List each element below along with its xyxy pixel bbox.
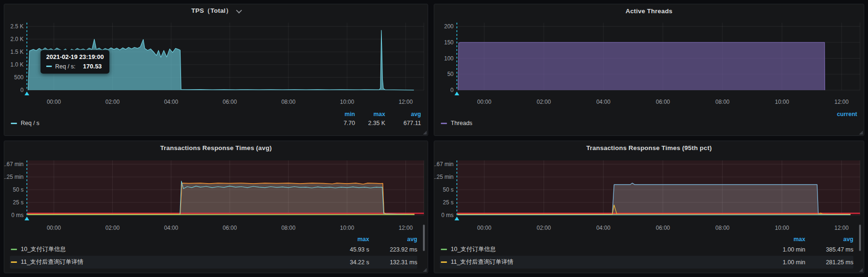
- legend: currentThreads: [440, 110, 857, 128]
- y-axis-tick: 1.5 K: [10, 49, 24, 55]
- tooltip-timestamp: 2021-02-19 23:19:00: [46, 53, 104, 60]
- legend-header-avg[interactable]: avg: [385, 111, 421, 118]
- legend-header-row: current: [440, 110, 857, 118]
- panel-tps-total: TPS（Total） 05001.0 K1.5 K2.0 K2.5 K00:00…: [4, 4, 428, 136]
- y-axis-tick: 1.25 min: [434, 174, 454, 180]
- x-axis-tick: 08:00: [715, 99, 729, 105]
- legend-header-current[interactable]: current: [824, 111, 857, 118]
- y-axis-tick: 1.67 min: [434, 161, 454, 168]
- legend-series-label[interactable]: Req / s: [21, 120, 40, 126]
- legend-series-label[interactable]: 11_支付后查询订单详情: [21, 258, 83, 266]
- panel-title[interactable]: Transactions Response Times (95th pct): [586, 144, 711, 151]
- y-axis-tick: 1.67 min: [4, 161, 24, 168]
- annotation-marker-icon[interactable]: [25, 92, 29, 95]
- x-axis-tick: 02:00: [537, 225, 551, 231]
- series-swatch-icon: [441, 123, 447, 124]
- legend-value: 281.25 ms: [805, 259, 853, 266]
- legend-row: 10_支付订单信息1.00 min385.47 ms: [440, 243, 853, 256]
- legend-row: 10_支付订单信息45.93 s223.92 ms: [10, 243, 417, 256]
- legend: minmaxavgReq / s7.702.35 K677.11: [10, 110, 421, 128]
- panel-response-times-avg: Transactions Response Times (avg) 0 ms25…: [4, 141, 428, 273]
- annotation-marker-icon[interactable]: [455, 217, 459, 220]
- legend-value: 132.31 ms: [369, 259, 417, 266]
- x-axis-tick: 06:00: [223, 225, 237, 231]
- y-axis-tick: 0: [450, 87, 454, 93]
- x-axis-tick: 00:00: [47, 99, 61, 105]
- x-axis-tick: 02:00: [106, 99, 120, 105]
- y-axis-tick: 50 s: [443, 186, 454, 193]
- y-axis-tick: 25 s: [13, 199, 24, 206]
- panel-title-bar[interactable]: Transactions Response Times (avg): [4, 141, 428, 154]
- panel-title-bar[interactable]: Active Threads: [434, 4, 864, 17]
- legend-header-max[interactable]: max: [324, 236, 369, 243]
- x-axis-tick: 10:00: [775, 225, 789, 231]
- y-axis-tick: 2.5 K: [10, 23, 24, 30]
- series-swatch-icon: [11, 123, 17, 124]
- y-axis-tick: 500: [14, 74, 24, 81]
- chart-tooltip: 2021-02-19 23:19:00 Req / s: 170.53: [41, 50, 109, 74]
- legend-header-avg[interactable]: avg: [369, 236, 417, 243]
- x-axis-tick: 12:00: [835, 99, 849, 105]
- legend-series-label[interactable]: 10_支付订单信息: [451, 245, 496, 253]
- panel-title-bar[interactable]: Transactions Response Times (95th pct): [434, 141, 864, 154]
- annotation-marker-icon[interactable]: [455, 92, 459, 95]
- legend: maxavg10_支付订单信息1.00 min385.47 ms11_支付后查询…: [440, 235, 853, 269]
- legend-value: 1.00 min: [761, 246, 805, 253]
- legend-value: 34.22 s: [324, 259, 369, 266]
- legend-header-avg[interactable]: avg: [805, 236, 853, 243]
- legend-header-max[interactable]: max: [761, 236, 805, 243]
- legend-header-row: minmaxavg: [10, 110, 421, 118]
- y-axis-tick: 2.0 K: [10, 36, 24, 42]
- x-axis-tick: 04:00: [164, 225, 178, 231]
- legend: maxavg10_支付订单信息45.93 s223.92 ms11_支付后查询订…: [10, 235, 417, 269]
- legend-series-label[interactable]: 10_支付订单信息: [21, 245, 66, 253]
- panel-title[interactable]: TPS（Total）: [191, 7, 232, 15]
- y-axis-tick: 1.25 min: [4, 174, 24, 180]
- annotation-marker-icon[interactable]: [25, 217, 29, 220]
- x-axis-tick: 10:00: [340, 99, 354, 105]
- y-axis-tick: 200: [444, 23, 454, 30]
- grafana-dashboard: TPS（Total） 05001.0 K1.5 K2.0 K2.5 K00:00…: [0, 0, 868, 277]
- x-axis-tick: 04:00: [596, 99, 611, 105]
- y-axis-tick: 1.0 K: [10, 61, 24, 68]
- series-swatch-icon: [11, 261, 17, 263]
- x-axis-tick: 12:00: [398, 225, 413, 231]
- legend-value: 45.93 s: [324, 246, 369, 253]
- panel-resize-handle[interactable]: [423, 131, 427, 134]
- series-swatch-icon: [11, 249, 17, 250]
- legend-series-label[interactable]: Threads: [451, 120, 472, 126]
- series-fill: [458, 42, 825, 90]
- x-axis-tick: 10:00: [775, 99, 789, 105]
- panel-title[interactable]: Active Threads: [626, 8, 673, 15]
- y-axis-tick: 150: [444, 39, 454, 46]
- legend-header-min[interactable]: min: [325, 111, 355, 118]
- x-axis-tick: 08:00: [715, 225, 729, 231]
- legend-row: 11_支付后查询订单详情34.22 s132.31 ms: [10, 256, 417, 269]
- legend-series-label[interactable]: 11_支付后查询订单详情: [451, 258, 513, 266]
- legend-scrollbar[interactable]: [423, 225, 425, 251]
- x-axis-tick: 12:00: [398, 99, 413, 105]
- x-axis-tick: 08:00: [281, 225, 296, 231]
- x-axis-tick: 04:00: [164, 99, 178, 105]
- x-axis-tick: 02:00: [106, 225, 120, 231]
- x-axis-tick: 06:00: [656, 99, 670, 105]
- chevron-down-icon[interactable]: [236, 7, 242, 13]
- legend-row: 11_支付后查询订单详情1.00 min281.25 ms: [440, 256, 853, 269]
- y-axis-tick: 25 s: [443, 199, 454, 206]
- legend-value: 2.35 K: [355, 120, 385, 126]
- panel-resize-handle[interactable]: [423, 268, 427, 272]
- x-axis-tick: 02:00: [537, 99, 551, 105]
- legend-header-row: maxavg: [440, 235, 853, 243]
- legend-value: 677.11: [385, 120, 421, 126]
- panel-title[interactable]: Transactions Response Times (avg): [160, 144, 272, 151]
- legend-scrollbar[interactable]: [859, 225, 861, 251]
- legend-header-row: maxavg: [10, 235, 417, 243]
- legend-value: 223.92 ms: [369, 246, 417, 253]
- panel-resize-handle[interactable]: [859, 131, 863, 134]
- tooltip-series-swatch: [46, 66, 52, 67]
- x-axis-tick: 08:00: [281, 99, 296, 105]
- legend-header-max[interactable]: max: [355, 111, 385, 118]
- panel-title-bar[interactable]: TPS（Total）: [4, 4, 428, 17]
- panel-resize-handle[interactable]: [859, 268, 863, 272]
- x-axis-tick: 00:00: [477, 225, 491, 231]
